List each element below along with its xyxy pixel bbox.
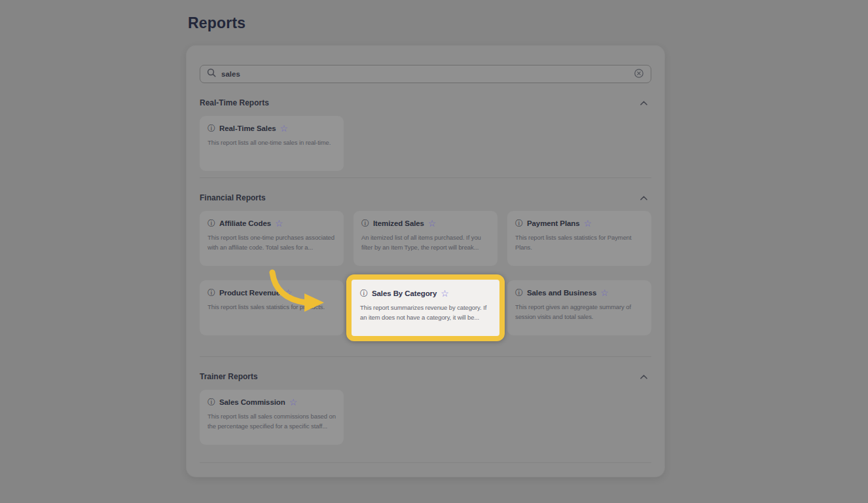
report-card-title: Sales Commission bbox=[219, 398, 285, 406]
search-icon bbox=[207, 68, 216, 80]
report-card-description: This report gives an aggregate summary o… bbox=[515, 303, 643, 322]
info-icon[interactable]: ⓘ bbox=[208, 124, 215, 132]
info-icon[interactable]: ⓘ bbox=[208, 219, 215, 227]
section-header-real-time-reports[interactable]: Real-Time Reports bbox=[200, 98, 651, 107]
section-divider bbox=[200, 177, 651, 178]
report-card-title: Sales By Category bbox=[372, 289, 437, 297]
reports-panel: sales Real-Time Reports ⓘ Real-Time Sale… bbox=[187, 46, 664, 477]
report-card-description: An itemized list of all items purchased.… bbox=[361, 233, 490, 252]
favorite-star-icon[interactable]: ☆ bbox=[284, 288, 293, 297]
info-icon[interactable]: ⓘ bbox=[515, 289, 523, 297]
report-card-description: This report lists all one-time sales in … bbox=[208, 138, 336, 148]
report-card-title: Itemized Sales bbox=[373, 219, 424, 227]
chevron-up-icon[interactable] bbox=[640, 375, 651, 379]
info-icon[interactable]: ⓘ bbox=[515, 219, 523, 227]
report-card-title: Product Revenue bbox=[219, 289, 280, 297]
report-card-description: This report lists one-time purchases ass… bbox=[208, 233, 336, 252]
chevron-up-icon[interactable] bbox=[640, 196, 651, 200]
section-title: Trainer Reports bbox=[200, 372, 258, 381]
info-icon[interactable]: ⓘ bbox=[361, 219, 369, 227]
section-header-financial-reports[interactable]: Financial Reports bbox=[200, 193, 651, 202]
favorite-star-icon[interactable]: ☆ bbox=[275, 219, 283, 228]
info-icon[interactable]: ⓘ bbox=[208, 398, 215, 406]
report-card-sales-and-business[interactable]: ⓘ Sales and Business ☆ This report gives… bbox=[507, 280, 651, 335]
section-title: Financial Reports bbox=[200, 193, 266, 202]
search-input[interactable]: sales bbox=[200, 65, 651, 83]
report-card-itemized-sales[interactable]: ⓘ Itemized Sales ☆ An itemized list of a… bbox=[353, 211, 497, 266]
favorite-star-icon[interactable]: ☆ bbox=[280, 124, 289, 133]
info-icon[interactable]: ⓘ bbox=[208, 289, 215, 297]
report-card-sales-by-category-highlighted[interactable]: ⓘ Sales By Category ☆ This report summar… bbox=[346, 274, 505, 341]
favorite-star-icon[interactable]: ☆ bbox=[600, 288, 609, 297]
report-card-affiliate-codes[interactable]: ⓘ Affiliate Codes ☆ This report lists on… bbox=[200, 211, 344, 266]
report-card-real-time-sales[interactable]: ⓘ Real-Time Sales ☆ This report lists al… bbox=[200, 116, 344, 171]
clear-search-button[interactable] bbox=[634, 68, 644, 81]
section-title: Real-Time Reports bbox=[200, 98, 269, 107]
chevron-up-icon[interactable] bbox=[640, 101, 651, 105]
report-card-title: Sales and Business bbox=[527, 289, 596, 297]
favorite-star-icon[interactable]: ☆ bbox=[428, 219, 437, 228]
report-card-title: Real-Time Sales bbox=[219, 124, 276, 132]
clear-circle-icon bbox=[634, 68, 644, 81]
report-card-payment-plans[interactable]: ⓘ Payment Plans ☆ This report lists sale… bbox=[507, 211, 651, 266]
favorite-star-icon[interactable]: ☆ bbox=[584, 219, 592, 228]
page-title: Reports bbox=[188, 14, 245, 32]
section-header-trainer-reports[interactable]: Trainer Reports bbox=[200, 372, 651, 381]
section-divider bbox=[200, 356, 651, 357]
info-icon[interactable]: ⓘ bbox=[360, 289, 368, 297]
report-card-description: This report summarizes revenue by catego… bbox=[360, 303, 491, 322]
report-card-title: Affiliate Codes bbox=[219, 219, 271, 227]
search-value: sales bbox=[221, 70, 240, 78]
report-card-description: This report lists all sales commissions … bbox=[208, 412, 336, 431]
report-card-description: This report lists sales statistics for P… bbox=[515, 233, 643, 252]
report-card-sales-commission[interactable]: ⓘ Sales Commission ☆ This report lists a… bbox=[200, 390, 344, 445]
panel-bottom-divider bbox=[200, 462, 651, 463]
report-card-title: Payment Plans bbox=[527, 219, 580, 227]
report-card-product-revenue[interactable]: ⓘ Product Revenue ☆ This report lists sa… bbox=[200, 280, 344, 335]
favorite-star-icon[interactable]: ☆ bbox=[289, 398, 298, 407]
report-card-description: This report lists sales statistics for p… bbox=[208, 303, 336, 312]
favorite-star-icon[interactable]: ☆ bbox=[441, 289, 449, 298]
